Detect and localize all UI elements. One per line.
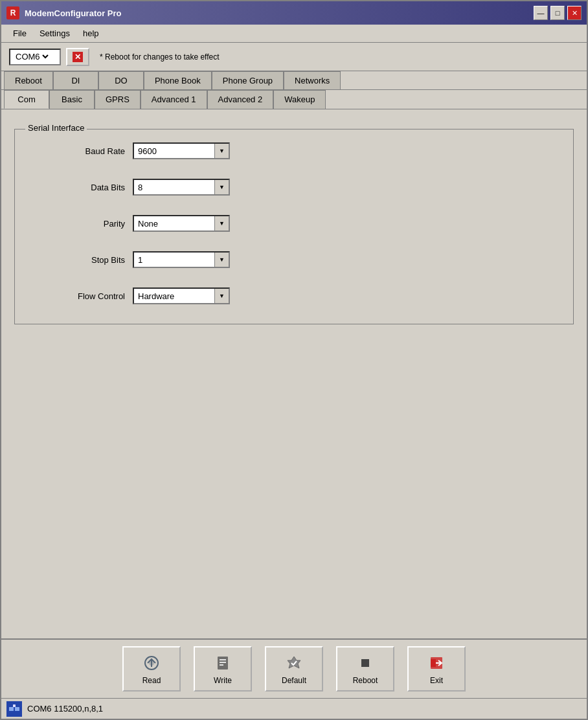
tab-advanced2[interactable]: Advanced 2 (207, 90, 274, 109)
stop-bits-row: Stop Bits 1 1.5 2 (34, 251, 554, 268)
serial-interface-legend: Serial Interface (25, 123, 87, 133)
bottom-bar: Read Write Default (1, 638, 587, 698)
stop-bits-select-container: 1 1.5 2 (133, 251, 230, 268)
exit-label: Exit (430, 676, 443, 685)
com-port-select[interactable]: COM6 COM1 COM2 COM3 COM4 COM5 (13, 51, 51, 62)
tab-wakeup[interactable]: Wakeup (273, 90, 326, 109)
stop-bits-select[interactable]: 1 1.5 2 (134, 253, 229, 267)
svg-rect-3 (220, 659, 226, 660)
status-text: COM6 115200,n,8,1 (27, 704, 103, 714)
tab-reboot[interactable]: Reboot (4, 71, 53, 89)
parity-label: Parity (34, 219, 125, 229)
stop-bits-label: Stop Bits (34, 255, 125, 265)
data-bits-select-container: 8 5 6 7 (133, 179, 230, 196)
default-button[interactable]: Default (265, 646, 323, 692)
content-area: Serial Interface Baud Rate 9600 1200 240… (1, 109, 587, 638)
title-bar: R ModemConfigurator Pro — □ ✕ (1, 1, 587, 25)
title-bar-left: R ModemConfigurator Pro (6, 6, 122, 19)
menu-file[interactable]: File (6, 27, 33, 40)
maximize-button[interactable]: □ (550, 6, 565, 20)
svg-point-1 (149, 660, 154, 666)
close-button[interactable]: ✕ (567, 6, 582, 20)
flow-control-label: Flow Control (34, 291, 125, 301)
toolbar: COM6 COM1 COM2 COM3 COM4 COM5 ✕ * Reboot… (1, 43, 587, 71)
parity-row: Parity None Even Odd Mark Space (34, 215, 554, 232)
write-button[interactable]: Write (194, 646, 252, 692)
read-button[interactable]: Read (122, 646, 181, 692)
status-icon (6, 701, 22, 717)
data-bits-select[interactable]: 8 5 6 7 (134, 180, 229, 194)
svg-rect-12 (13, 704, 16, 707)
parity-select-container: None Even Odd Mark Space (133, 215, 230, 232)
serial-interface-group: Serial Interface Baud Rate 9600 1200 240… (14, 129, 574, 324)
baud-rate-select-container: 9600 1200 2400 4800 19200 38400 57600 11… (133, 142, 230, 159)
data-bits-row: Data Bits 8 5 6 7 (34, 179, 554, 196)
write-icon (212, 653, 233, 673)
menu-help[interactable]: help (76, 27, 106, 40)
tab-di[interactable]: DI (53, 71, 98, 89)
default-label: Default (282, 676, 306, 685)
stop-button[interactable]: ✕ (66, 48, 89, 66)
reboot-notice: * Reboot for changes to take effect (100, 52, 220, 62)
tab-networks[interactable]: Networks (284, 71, 341, 89)
svg-rect-8 (431, 659, 436, 667)
minimize-button[interactable]: — (534, 6, 548, 20)
tab-row-2: Com Basic GPRS Advanced 1 Advanced 2 Wak… (1, 90, 587, 109)
exit-button[interactable]: Exit (407, 646, 466, 692)
svg-rect-6 (361, 659, 369, 667)
tab-com[interactable]: Com (4, 90, 49, 109)
tab-basic[interactable]: Basic (49, 90, 95, 109)
tab-gprs[interactable]: GPRS (95, 90, 141, 109)
default-icon (284, 653, 304, 673)
tab-do[interactable]: DO (98, 71, 144, 89)
read-label: Read (142, 676, 161, 685)
reboot-label: Reboot (353, 676, 378, 685)
reboot-icon (355, 653, 376, 673)
tab-phone-book[interactable]: Phone Book (144, 71, 212, 89)
baud-rate-row: Baud Rate 9600 1200 2400 4800 19200 3840… (34, 142, 554, 159)
status-bar: COM6 115200,n,8,1 (1, 698, 587, 719)
baud-rate-select[interactable]: 9600 1200 2400 4800 19200 38400 57600 11… (134, 144, 229, 158)
menu-settings[interactable]: Settings (33, 27, 76, 40)
tab-advanced1[interactable]: Advanced 1 (141, 90, 207, 109)
tab-row-1: Reboot DI DO Phone Book Phone Group Netw… (1, 71, 587, 90)
tab-phone-group[interactable]: Phone Group (212, 71, 284, 89)
com-port-selector[interactable]: COM6 COM1 COM2 COM3 COM4 COM5 (9, 49, 61, 65)
baud-rate-label: Baud Rate (34, 146, 125, 156)
data-bits-label: Data Bits (34, 183, 125, 192)
flow-control-select[interactable]: Hardware None Software XON/XOFF (134, 289, 229, 303)
read-icon (141, 653, 162, 673)
app-icon: R (6, 6, 19, 19)
exit-icon (426, 653, 447, 673)
flow-control-select-container: Hardware None Software XON/XOFF (133, 287, 230, 304)
svg-rect-4 (220, 662, 226, 663)
menu-bar: File Settings help (1, 25, 587, 43)
title-controls: — □ ✕ (534, 6, 582, 20)
write-label: Write (214, 676, 232, 685)
parity-select[interactable]: None Even Odd Mark Space (134, 216, 229, 231)
reboot-button[interactable]: Reboot (336, 646, 394, 692)
flow-control-row: Flow Control Hardware None Software XON/… (34, 287, 554, 304)
main-window: R ModemConfigurator Pro — □ ✕ File Setti… (0, 0, 588, 720)
app-title: ModemConfigurator Pro (25, 8, 122, 18)
svg-rect-10 (9, 707, 14, 711)
svg-rect-5 (220, 664, 223, 666)
stop-icon: ✕ (73, 52, 83, 62)
svg-rect-11 (15, 707, 19, 711)
